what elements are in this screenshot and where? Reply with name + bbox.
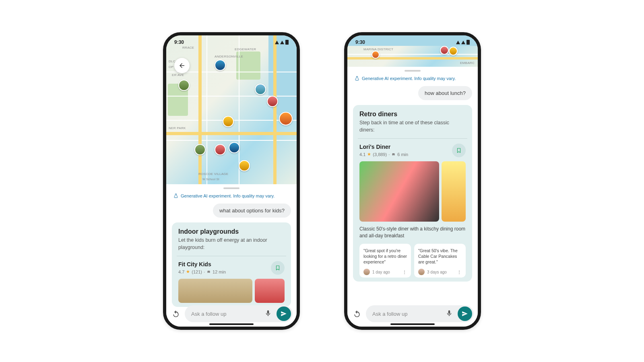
map-pin[interactable]	[239, 160, 250, 171]
map-pin[interactable]	[178, 80, 190, 91]
ai-response-subtitle: Step back in time at one of these classi…	[359, 119, 466, 134]
back-button[interactable]	[174, 58, 190, 73]
map-label: MARINA DISTRICT	[363, 47, 393, 51]
review-age: 3 days ago	[427, 269, 447, 275]
send-icon	[461, 310, 469, 317]
wifi-icon	[280, 41, 284, 44]
place-info[interactable]: Fit City Kids 4.7 ★ (121) · 12 min	[178, 261, 226, 274]
mic-button[interactable]	[446, 310, 453, 318]
wifi-icon	[461, 41, 465, 44]
map-pin[interactable]	[267, 96, 278, 107]
send-button[interactable]	[458, 306, 472, 321]
map-pin[interactable]	[223, 116, 234, 127]
place-name: Lori's Diner	[359, 144, 408, 150]
map-label: er Ave	[172, 73, 184, 77]
mic-icon	[446, 310, 453, 317]
ai-notice: Generative AI experiment. Info quality m…	[347, 74, 478, 84]
input-bar: Ask a follow up	[351, 305, 474, 323]
refresh-button[interactable]	[351, 310, 363, 318]
map-pin[interactable]	[279, 112, 293, 125]
review-row: "Great spot if you're looking for a retr…	[359, 244, 466, 278]
ai-response-title: Indoor playgrounds	[178, 228, 285, 235]
flask-icon	[355, 76, 359, 81]
map-pin[interactable]	[215, 60, 226, 71]
home-indicator[interactable]	[390, 323, 435, 325]
bookmark-icon	[456, 148, 462, 153]
review-card[interactable]: "Great spot if you're looking for a retr…	[359, 244, 411, 278]
drag-handle[interactable]	[405, 70, 421, 72]
map-pin[interactable]	[372, 51, 380, 59]
map-label: EDGEWATER	[235, 47, 256, 51]
review-quote: "Great 50's vibe. The Cable Car Pancakes…	[418, 248, 462, 265]
ai-response-subtitle: Let the kids burn off energy at an indoo…	[178, 237, 285, 251]
review-quote: "Great spot if you're looking for a retr…	[363, 248, 407, 265]
followup-input[interactable]: Ask a follow up	[366, 305, 474, 322]
map-label: NER PARK	[169, 126, 186, 130]
place-photo[interactable]	[442, 161, 466, 222]
save-button[interactable]	[452, 144, 466, 157]
review-card[interactable]: "Great 50's vibe. The Cable Car Pancakes…	[414, 244, 466, 278]
map-pin[interactable]	[194, 144, 206, 155]
place-photo[interactable]	[255, 279, 285, 303]
car-icon	[206, 269, 211, 274]
ai-response-card: Indoor playgrounds Let the kids burn off…	[172, 222, 291, 307]
user-message: how about lunch?	[418, 86, 472, 100]
ai-notice: Generative AI experiment. Info quality m…	[166, 191, 297, 202]
place-meta: 4.7 ★ (121) · 12 min	[178, 269, 226, 274]
refresh-icon	[172, 310, 180, 318]
flask-icon	[173, 193, 178, 199]
send-button[interactable]	[277, 306, 291, 321]
status-time: 9:30	[174, 39, 184, 45]
place-photos[interactable]	[359, 161, 466, 222]
review-age: 1 day ago	[372, 269, 390, 275]
status-time: 9:30	[355, 39, 365, 45]
place-info[interactable]: Lori's Diner 4.1 ★ (3,889) · 6 min	[359, 144, 408, 157]
battery-icon	[466, 40, 470, 45]
map-pin[interactable]	[255, 84, 266, 95]
bottom-sheet[interactable]: Generative AI experiment. Info quality m…	[166, 184, 297, 327]
send-icon	[280, 310, 287, 317]
user-message: what about options for kids?	[213, 204, 291, 218]
arrow-left-icon	[178, 62, 186, 69]
avatar	[363, 269, 370, 275]
place-description: Classic 50's-style diner with a kitschy …	[359, 226, 466, 240]
avatar	[418, 269, 425, 275]
refresh-button[interactable]	[170, 310, 182, 318]
save-button[interactable]	[271, 261, 285, 275]
refresh-icon	[353, 310, 361, 318]
home-indicator[interactable]	[209, 323, 254, 325]
mic-button[interactable]	[264, 310, 272, 318]
status-icons	[275, 40, 289, 45]
map-pin[interactable]	[229, 142, 240, 153]
star-icon: ★	[186, 269, 190, 274]
ai-response-title: Retro diners	[359, 111, 466, 118]
input-bar: Ask a follow up	[170, 305, 293, 323]
place-photo[interactable]	[359, 161, 439, 222]
drag-handle[interactable]	[223, 187, 239, 189]
mic-icon	[264, 310, 272, 317]
map-label: ANDERSONVILLE	[215, 55, 243, 58]
map-pin[interactable]	[449, 47, 458, 56]
ai-response-card: Retro diners Step back in time at one of…	[353, 105, 472, 282]
more-button[interactable]: ⋮	[457, 269, 462, 275]
map-label: ROSCOE VILLAGE	[198, 172, 228, 176]
input-placeholder: Ask a follow up	[372, 311, 407, 317]
map-label: EMBARC	[460, 61, 475, 65]
bottom-sheet[interactable]: Generative AI experiment. Info quality m…	[347, 67, 478, 327]
map-pin[interactable]	[440, 46, 449, 55]
ai-notice-text: Generative AI experiment. Info quality m…	[181, 193, 275, 198]
map-pin[interactable]	[215, 144, 226, 155]
place-meta: 4.1 ★ (3,889) · 6 min	[359, 152, 408, 157]
ai-notice-text: Generative AI experiment. Info quality m…	[362, 76, 456, 81]
more-button[interactable]: ⋮	[402, 269, 407, 275]
place-name: Fit City Kids	[178, 261, 226, 267]
followup-input[interactable]: Ask a follow up	[185, 305, 293, 322]
map-view[interactable]: RRACE EDGEWATER ANDERSONVILLE DLC op er …	[166, 35, 297, 184]
bookmark-icon	[275, 265, 281, 271]
place-photo[interactable]	[178, 279, 252, 303]
signal-icon	[275, 41, 279, 44]
input-placeholder: Ask a follow up	[191, 311, 226, 317]
place-photos[interactable]	[178, 279, 285, 303]
star-icon: ★	[367, 152, 371, 157]
map-label: W School St	[202, 178, 219, 181]
